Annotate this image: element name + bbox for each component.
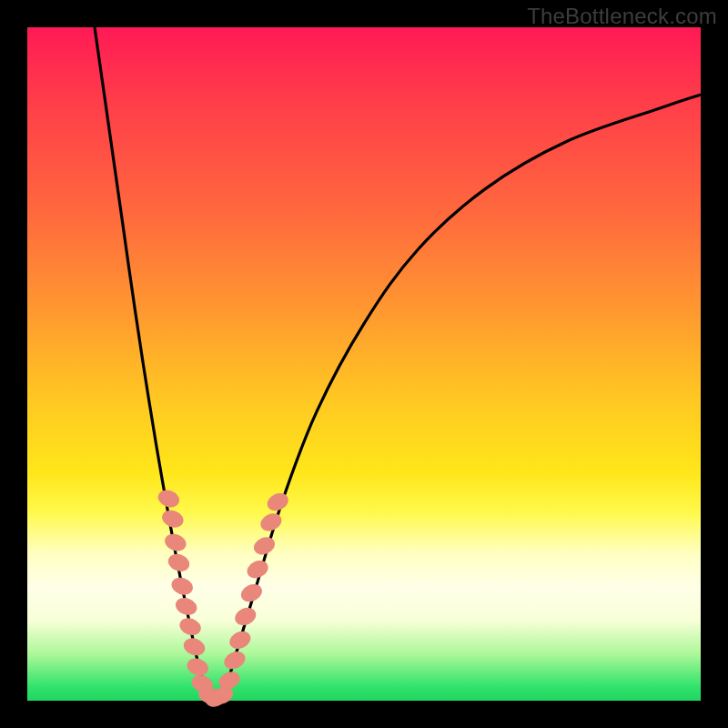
curve-marker — [173, 595, 199, 618]
curve-marker — [244, 557, 270, 581]
curve-markers — [156, 487, 291, 710]
curve-marker — [238, 581, 265, 604]
chart-svg — [27, 27, 701, 701]
curve-marker — [177, 615, 204, 638]
stage: TheBottleneck.com — [0, 0, 728, 728]
curve-marker — [162, 531, 188, 554]
curve-marker — [166, 551, 192, 574]
curve-marker — [232, 604, 258, 628]
curve-marker — [265, 490, 291, 513]
curve-marker — [159, 508, 186, 531]
curve-marker — [181, 635, 207, 658]
attribution-label: TheBottleneck.com — [527, 4, 717, 29]
curve-right-branch — [223, 95, 701, 701]
curve-marker — [185, 655, 211, 678]
curve-marker — [251, 534, 278, 558]
curve-marker — [258, 511, 284, 534]
curve-left-branch — [95, 27, 209, 701]
curve-marker — [227, 628, 253, 652]
curve-marker — [156, 487, 182, 510]
curve-marker — [221, 648, 248, 672]
curve-marker — [169, 575, 196, 598]
plot-area — [27, 27, 701, 701]
